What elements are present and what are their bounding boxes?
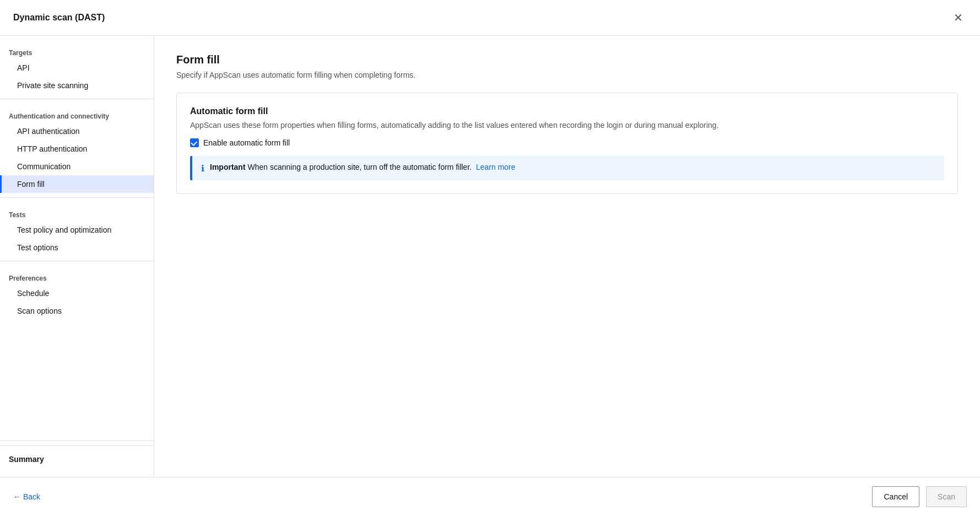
sidebar-divider-3 — [0, 261, 154, 261]
card-description: AppScan uses these form properties when … — [190, 121, 944, 130]
sidebar-summary[interactable]: Summary — [0, 445, 154, 472]
info-icon: ℹ — [201, 163, 204, 174]
sidebar-item-scan-options[interactable]: Scan options — [0, 302, 154, 320]
sidebar-item-form-fill[interactable]: Form fill — [0, 175, 154, 193]
modal-footer: ← Back Cancel Scan — [0, 477, 980, 516]
sidebar-section-auth: Authentication and connectivity — [0, 104, 154, 122]
sidebar-divider-2 — [0, 197, 154, 198]
sidebar-item-private-site[interactable]: Private site scanning — [0, 77, 154, 94]
main-content: Form fill Specify if AppScan uses automa… — [154, 36, 980, 477]
enable-form-fill-checkbox[interactable] — [190, 138, 199, 147]
form-fill-card: Automatic form fill AppScan uses these f… — [176, 93, 958, 194]
card-title: Automatic form fill — [190, 106, 944, 116]
footer-actions: Cancel Scan — [872, 486, 967, 507]
modal-title: Dynamic scan (DAST) — [13, 13, 105, 23]
sidebar-item-schedule[interactable]: Schedule — [0, 284, 154, 302]
info-message: Important When scanning a production sit… — [210, 163, 516, 171]
sidebar-item-communication[interactable]: Communication — [0, 158, 154, 175]
sidebar-item-api[interactable]: API — [0, 59, 154, 77]
sidebar-item-test-options[interactable]: Test options — [0, 239, 154, 256]
modal-body: Targets API Private site scanning Authen… — [0, 36, 980, 477]
close-button[interactable]: ✕ — [949, 9, 967, 26]
sidebar-section-preferences: Preferences — [0, 266, 154, 284]
cancel-button[interactable]: Cancel — [872, 486, 919, 507]
modal: Dynamic scan (DAST) ✕ Targets API Privat… — [0, 0, 980, 516]
sidebar-divider-bottom — [0, 440, 154, 441]
info-bold: Important — [210, 163, 246, 171]
sidebar: Targets API Private site scanning Authen… — [0, 36, 154, 477]
page-description: Specify if AppScan uses automatic form f… — [176, 71, 958, 79]
sidebar-divider-1 — [0, 99, 154, 99]
scan-button[interactable]: Scan — [926, 486, 967, 507]
back-button[interactable]: ← Back — [13, 492, 40, 501]
learn-more-link[interactable]: Learn more — [476, 163, 516, 171]
sidebar-item-test-policy[interactable]: Test policy and optimization — [0, 221, 154, 239]
sidebar-section-tests: Tests — [0, 202, 154, 221]
sidebar-item-http-auth[interactable]: HTTP authentication — [0, 140, 154, 158]
enable-form-fill-row: Enable automatic form fill — [190, 138, 944, 147]
modal-header: Dynamic scan (DAST) ✕ — [0, 0, 980, 36]
sidebar-section-targets: Targets — [0, 40, 154, 59]
info-banner: ℹ Important When scanning a production s… — [190, 156, 944, 180]
sidebar-item-api-auth[interactable]: API authentication — [0, 122, 154, 140]
enable-form-fill-label: Enable automatic form fill — [203, 138, 290, 147]
page-title: Form fill — [176, 53, 958, 66]
